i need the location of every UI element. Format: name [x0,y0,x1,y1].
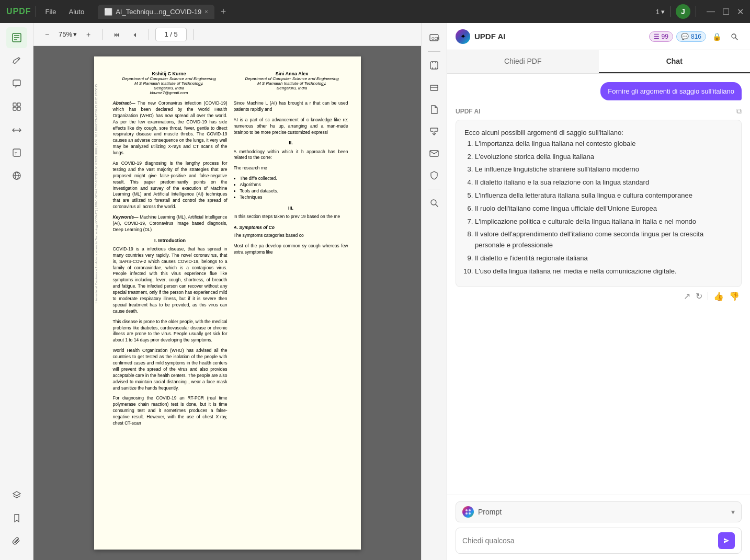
svg-rect-9 [17,107,20,110]
sidebar-item-edit[interactable] [6,50,27,71]
rp-scan-icon[interactable] [425,56,444,75]
rp-mail-icon[interactable] [425,144,444,163]
rp-share-icon[interactable] [425,122,444,141]
prompt-selector[interactable]: Prompt ▾ [456,501,742,522]
prompt-label: Prompt [478,508,502,516]
chat-input[interactable] [462,536,714,545]
window-number[interactable]: 1 ▾ [656,8,665,16]
ai-bottom: Prompt ▾ [447,495,750,560]
list-item: L'uso della lingua italiana nei media e … [475,266,733,277]
ai-response-intro: Ecco alcuni possibili argomenti di saggi… [464,128,733,139]
pdf-content[interactable]: International Conference for Advancement… [33,46,421,560]
tab-label: AI_Techniqu...ng_COVID-19 [116,8,201,16]
badge-prompt[interactable]: ☰ 99 [649,31,673,42]
page-input[interactable] [155,28,187,41]
ocr-icon[interactable]: OCR [425,28,444,47]
col2-more: Most of the pa develop common sy cough w… [234,243,348,256]
thumbup-btn[interactable]: 👍 [713,291,724,301]
sidebar-item-layers[interactable] [6,485,27,506]
col2-p2: AI is a part of sc advancement of c know… [234,117,348,136]
sidebar-item-reader[interactable] [6,27,27,48]
sidebar-item-ocr[interactable]: T [6,142,27,163]
copy-icon[interactable]: ⧉ [736,107,742,116]
chat-input-row [456,528,742,554]
rp-redact-icon[interactable] [425,78,444,97]
ai-message: UPDF AI ⧉ Ecco alcuni possibili argoment… [456,107,742,301]
tab-close-btn[interactable]: × [204,8,208,15]
page-prev-btn[interactable]: ⏴ [128,27,142,42]
list-item: Il valore dell'apprendimento dell'italia… [475,229,733,251]
close-btn[interactable]: ✕ [737,7,744,17]
refresh-action-btn[interactable]: ↻ [696,291,702,301]
user-avatar[interactable]: J [676,4,690,19]
maximize-btn[interactable]: ☐ [722,7,730,17]
thumbdown-btn[interactable]: 👎 [729,291,740,301]
rp-sep-1 [428,51,440,52]
rp-search-icon[interactable] [425,193,444,212]
sidebar-item-organize[interactable] [6,96,27,117]
col2-s2p1: A methodology within which it h approach… [234,149,348,162]
chat-actions: ↗ ↻ 👍 👎 [456,291,742,301]
zoom-out-btn[interactable]: − [40,27,54,42]
ai-chat-area[interactable]: Fornire gli argomenti di saggio sull'ita… [447,74,750,495]
svg-line-4 [18,59,19,60]
ai-panel: ✦ UPDF AI ☰ 99 💬 816 🔒 Chiedi PDF Cha [447,23,750,560]
bullet-4: Techniques [240,195,348,201]
rp-protect-icon[interactable] [425,166,444,185]
ai-title: UPDF AI [474,32,505,41]
svg-point-29 [469,512,471,515]
badge-token-icon: 💬 [681,33,689,40]
col2-s3p1: In this section steps taken to prev 19 b… [234,214,348,220]
list-item: L'influenza della letteratura italiana s… [475,190,733,201]
pdf-watermark: International Conference for Advancement… [95,84,98,303]
ai-badges: ☰ 99 💬 816 🔒 [649,29,742,44]
toolbar-sep-1 [102,29,103,40]
pdf-page: International Conference for Advancement… [94,56,361,550]
menu-file[interactable]: File [40,6,62,18]
toolbar-sep-2 [149,29,149,40]
pdf-area: − 75% ▾ + ⏮ ⏴ International Conference f… [33,23,421,560]
abstract-p2: As COVID-19 diagnosing is the lengthy pr… [113,161,228,210]
zoom-in-btn[interactable]: + [81,27,96,42]
user-message: Fornire gli argomenti di saggio sull'ita… [600,82,742,100]
col2-p1: Since Machine L (AI) has brought a r tha… [234,100,348,113]
zoom-display[interactable]: 75% ▾ [59,30,77,38]
author1-city: Bengaluru, India [113,86,225,90]
prompt-dots-icon [462,506,474,518]
sidebar-item-bookmark[interactable] [6,508,27,529]
menu-aiuto[interactable]: Aiuto [64,6,90,18]
svg-rect-8 [13,107,16,110]
intro-p1: COVID-19 is a infectious disease, that h… [113,246,228,315]
share-action-btn[interactable]: ↗ [684,291,690,301]
page-first-btn[interactable]: ⏮ [109,27,123,42]
col2-bullets: The diffe collected. Algorithms Tools an… [234,176,348,201]
titlebar-menu: File Aiuto [40,6,90,18]
svg-rect-5 [13,80,20,86]
keywords: Keywords— Machine Learning (ML), Artific… [113,214,228,233]
author2-dept: Department of Computer Science and Engin… [236,76,348,81]
active-tab[interactable]: ⬜ AI_Techniqu...ng_COVID-19 × [98,5,214,19]
badge-prompt-icon: ☰ [654,33,660,40]
sidebar-item-convert[interactable] [6,119,27,140]
sidebar-item-attachment[interactable] [6,531,27,552]
titlebar-divider [36,6,36,17]
tab-chat[interactable]: Chat [599,50,751,73]
badge-token[interactable]: 💬 816 [676,31,706,42]
minimize-btn[interactable]: — [707,7,715,17]
ai-msg-header: UPDF AI ⧉ [456,107,742,116]
window-controls: — ☐ ✕ [707,7,744,17]
ai-search-icon[interactable] [727,29,742,44]
ai-header: ✦ UPDF AI ☰ 99 💬 816 🔒 [447,23,750,50]
rp-doc-icon[interactable] [425,100,444,119]
sidebar-item-translate[interactable] [6,165,27,186]
ai-msg-label: UPDF AI [456,108,481,115]
tab-chiedi-pdf[interactable]: Chiedi PDF [447,50,599,73]
send-btn[interactable] [718,532,735,549]
sidebar-item-comment[interactable] [6,73,27,94]
svg-point-26 [465,509,468,511]
bullet-1: The diffe collected. [240,176,348,182]
list-item: L'importanza della lingua italiana nel c… [475,139,733,150]
ai-lock-icon[interactable]: 🔒 [709,29,724,44]
tab-add-btn[interactable]: + [221,6,226,17]
author1-inst: M S Ramaiah Institute of Technology, [113,81,225,86]
